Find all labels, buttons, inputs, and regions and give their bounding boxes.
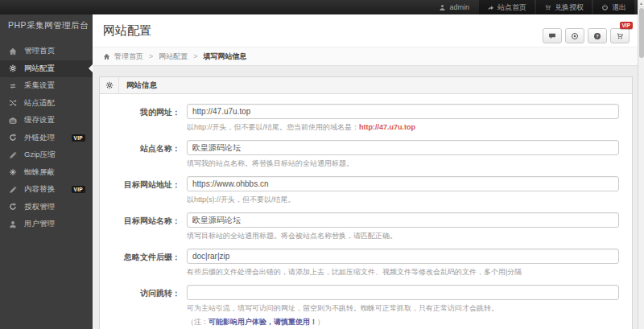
site-name-label: 站点名称： xyxy=(100,140,180,154)
comment-button[interactable] xyxy=(543,28,562,43)
topbar-admin[interactable]: admin xyxy=(431,0,477,14)
scrollbar-up-arrow-icon[interactable]: ▲ xyxy=(638,0,644,7)
target-url-label: 目标网站地址： xyxy=(100,176,180,191)
visit-redirect-note: （注：可能影响用户体验，请慎重使用！） xyxy=(187,317,619,327)
user-icon xyxy=(9,220,17,228)
page-scrollbar[interactable]: ▲ xyxy=(638,0,644,329)
pencil-icon xyxy=(9,186,17,194)
sidebar-item-user-manage[interactable]: 用户管理 xyxy=(0,216,93,233)
briefcase-icon xyxy=(9,117,17,125)
gear-icon xyxy=(9,64,17,72)
target-url-help: 以http(s)://开头，但不要以/结尾。 xyxy=(187,195,619,205)
comment-icon xyxy=(548,32,556,40)
target-name-label: 目标网站名称： xyxy=(100,212,180,227)
shuffle-icon xyxy=(9,99,17,107)
cart-icon xyxy=(616,32,624,40)
current-domain-highlight: http://47.u7u.top xyxy=(359,123,415,131)
vip-badge: VIP xyxy=(72,186,85,193)
target-url-input[interactable] xyxy=(187,176,619,191)
breadcrumb: 管理首页 > 网站配置 > 填写网站信息 xyxy=(93,47,638,66)
gear-icon xyxy=(105,81,114,89)
main-content: 网站配置 VIP 管理首页 > 网站配置 xyxy=(93,14,638,329)
sidebar-item-content-replace[interactable]: 内容替换 VIP xyxy=(0,181,93,199)
help-button[interactable] xyxy=(588,28,607,43)
panel-icon-cell xyxy=(100,77,119,93)
topbar-logout[interactable]: 退出 xyxy=(593,0,634,14)
sidebar-item-label: Gzip压缩 xyxy=(24,150,56,160)
note-prefix: （注： xyxy=(187,318,208,326)
topbar-site-home[interactable]: 站点首页 xyxy=(479,0,535,14)
sidebar-item-label: 网站配置 xyxy=(24,64,55,74)
vip-badge: VIP xyxy=(72,134,85,142)
sidebar-item-label: 授权管理 xyxy=(24,202,55,212)
topbar-exchange-auth[interactable]: 兑换授权 xyxy=(536,0,592,14)
visit-redirect-input[interactable] xyxy=(187,285,619,300)
sidebar-item-site-config[interactable]: 网站配置 xyxy=(0,60,93,78)
form-row-target-name: 目标网站名称： 填写目标站的全站通用标题。将会被站点名称替换，请匹配正确。 xyxy=(100,212,632,241)
form-row-target-url: 目标网站地址： 以http(s)://开头，但不要以/结尾。 xyxy=(100,176,632,205)
sidebar-item-license-manage[interactable]: 授权管理 xyxy=(0,199,93,216)
sidebar-item-label: 管理首页 xyxy=(24,46,55,56)
my-url-label: 我的网址： xyxy=(100,104,180,118)
site-info-form: 我的网址： 以http://开头，但不要以/结尾。您当前使用的域名是：http:… xyxy=(100,94,632,329)
record-button[interactable] xyxy=(565,28,584,43)
note-suffix: ） xyxy=(317,318,324,326)
sidebar-item-collect-settings[interactable]: 采集设置 xyxy=(0,77,93,95)
topbar: admin 站点首页 兑换授权 退出 xyxy=(0,0,638,14)
sidebar-item-gzip[interactable]: Gzip压缩 xyxy=(0,146,93,164)
share-arrow-icon xyxy=(487,4,494,11)
panel-header: 网站信息 xyxy=(100,77,632,94)
ignore-ext-input[interactable] xyxy=(187,249,619,264)
user-icon xyxy=(439,4,446,11)
site-info-panel: 网站信息 我的网址： 以http://开头，但不要以/结尾。您当前使用的域名是：… xyxy=(99,76,633,329)
sidebar-item-label: 采集设置 xyxy=(24,80,55,91)
sidebar-item-cache-settings[interactable]: 缓存设置 xyxy=(0,112,93,130)
site-name-help: 填写我的站点名称。将替换目标站的全站通用标题。 xyxy=(187,158,619,169)
target-name-input[interactable] xyxy=(187,212,619,228)
sidebar-item-label: 蜘蛛屏蔽 xyxy=(24,167,55,178)
admin-page: admin 站点首页 兑换授权 退出 ▲ PHP采集网管理后台 管理首页 xyxy=(0,0,644,329)
license-icon xyxy=(9,203,17,211)
visit-redirect-help: 可为主站引流，填写可访问的网址，留空则为不跳转。蜘蛛可正常抓取，只有正常访问才会… xyxy=(187,303,619,314)
sidebar-nav: 管理首页 网站配置 采集设置 站点适配 缓存设置 外链处理 VIP xyxy=(0,39,93,233)
sidebar: PHP采集网管理后台 管理首页 网站配置 采集设置 站点适配 缓存设置 xyxy=(0,14,93,329)
repeat-icon xyxy=(9,82,17,90)
power-icon xyxy=(601,4,609,11)
breadcrumb-current: 填写网站信息 xyxy=(204,51,247,62)
form-row-site-name: 站点名称： 填写我的站点名称。将替换目标站的全站通用标题。 xyxy=(100,140,632,169)
home-icon xyxy=(103,53,110,60)
sidebar-item-label: 外链处理 xyxy=(24,133,55,143)
sidebar-item-label: 内容替换 xyxy=(24,184,55,195)
title-band: 网站配置 VIP xyxy=(93,14,638,47)
my-url-input[interactable] xyxy=(187,104,619,119)
app-logo: PHP采集网管理后台 xyxy=(0,14,93,39)
note-warning: 可能影响用户体验，请慎重使用！ xyxy=(208,318,317,326)
home-icon xyxy=(9,47,17,56)
cart-icon xyxy=(544,4,551,11)
question-icon xyxy=(593,32,601,40)
ignore-ext-help: 有些后缀的文件处理会出错的，请添加上去，比如压缩文件、视频文件等修改会乱码的文件… xyxy=(187,267,619,278)
record-icon xyxy=(571,32,579,40)
sidebar-item-site-adapt[interactable]: 站点适配 xyxy=(0,95,93,113)
topbar-site-home-label: 站点首页 xyxy=(497,2,526,13)
shop-button[interactable]: VIP xyxy=(610,28,630,43)
site-name-input[interactable] xyxy=(187,140,619,155)
ignore-ext-label: 忽略文件后缀： xyxy=(100,249,180,263)
sidebar-item-admin-home[interactable]: 管理首页 xyxy=(0,43,93,60)
refresh-icon xyxy=(9,134,17,142)
sidebar-item-external-links[interactable]: 外链处理 VIP xyxy=(0,130,93,147)
header-actions: VIP xyxy=(539,28,630,43)
panel-title: 网站信息 xyxy=(119,80,157,91)
breadcrumb-site-config[interactable]: 网站配置 xyxy=(159,51,188,62)
sidebar-item-spider-block[interactable]: 蜘蛛屏蔽 xyxy=(0,164,93,182)
pencil-icon xyxy=(9,151,17,159)
topbar-admin-label: admin xyxy=(449,3,469,11)
breadcrumb-separator: > xyxy=(193,52,197,60)
help-text: 以http://开头，但不要以/结尾。您当前使用的域名是： xyxy=(187,123,359,131)
scrollbar-thumb[interactable] xyxy=(639,8,644,58)
form-row-my-url: 我的网址： 以http://开头，但不要以/结尾。您当前使用的域名是：http:… xyxy=(100,104,632,133)
form-row-ignore-ext: 忽略文件后缀： 有些后缀的文件处理会出错的，请添加上去，比如压缩文件、视频文件等… xyxy=(100,249,632,278)
visit-redirect-label: 访问跳转： xyxy=(100,285,180,299)
breadcrumb-admin-home[interactable]: 管理首页 xyxy=(114,51,143,62)
topbar-exchange-auth-label: 兑换授权 xyxy=(555,2,584,13)
